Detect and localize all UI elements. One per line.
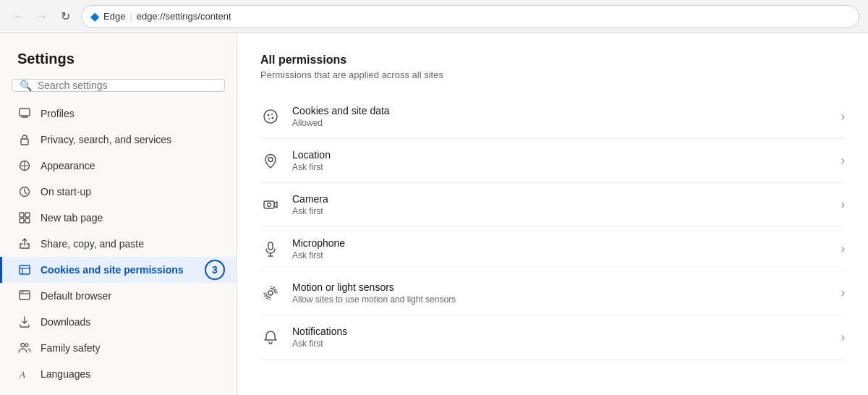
content-area: All permissions Permissions that are app…: [237, 33, 868, 395]
sidebar-item-profiles[interactable]: Profiles: [0, 101, 237, 127]
svg-rect-7: [25, 218, 30, 223]
location-perm-status: Ask first: [292, 162, 830, 172]
privacy-icon: [17, 132, 32, 147]
sidebar-nav: Profiles Privacy, search, and services: [0, 101, 237, 395]
svg-point-24: [268, 118, 270, 119]
svg-text:A: A: [19, 369, 25, 380]
location-perm-info: Location Ask first: [292, 149, 830, 172]
sidebar-item-startup[interactable]: On start-up: [0, 179, 237, 205]
sidebar-item-profiles-label: Profiles: [41, 108, 75, 119]
permission-item-location[interactable]: Location Ask first ›: [260, 139, 845, 183]
sidebar-item-share[interactable]: Share, copy, and paste: [0, 231, 237, 257]
microphone-perm-info: Microphone Ask first: [292, 237, 830, 260]
back-button[interactable]: ←: [9, 7, 29, 27]
svg-rect-6: [20, 218, 24, 223]
svg-point-23: [272, 117, 274, 119]
address-bar[interactable]: ◆ Edge | edge://settings/content: [81, 5, 859, 28]
sidebar-item-appearance[interactable]: Appearance: [0, 153, 237, 179]
sidebar-item-privacy[interactable]: Privacy, search, and services: [0, 127, 237, 153]
location-chevron-icon: ›: [841, 154, 845, 167]
permission-item-notifications[interactable]: Notifications Ask first ›: [260, 315, 845, 360]
svg-point-25: [268, 158, 273, 162]
svg-point-22: [271, 114, 273, 115]
sidebar: Settings 🔍 Profiles: [0, 33, 237, 395]
search-input[interactable]: [38, 80, 217, 91]
motion-perm-icon: [260, 283, 281, 303]
permission-item-cookies[interactable]: Cookies and site data Allowed ›: [260, 95, 845, 139]
downloads-icon: [17, 315, 32, 329]
microphone-perm-status: Ask first: [292, 250, 830, 260]
browser-toolbar: ← → ↻ ◆ Edge | edge://settings/content: [0, 0, 868, 33]
edge-logo-icon: ◆: [90, 9, 99, 23]
sidebar-item-default-browser[interactable]: Default browser: [0, 283, 237, 309]
notifications-chevron-icon: ›: [841, 331, 845, 344]
sidebar-item-share-label: Share, copy, and paste: [41, 238, 144, 250]
svg-point-12: [21, 292, 22, 293]
cookies-perm-status: Allowed: [292, 118, 830, 128]
svg-point-20: [264, 110, 277, 123]
sidebar-item-appearance-label: Appearance: [41, 160, 95, 171]
camera-perm-name: Camera: [292, 193, 830, 205]
svg-rect-8: [20, 266, 30, 274]
sidebar-item-cookies-label: Cookies and site permissions: [41, 264, 184, 276]
svg-rect-0: [20, 109, 30, 116]
permission-item-motion[interactable]: Motion or light sensors Allow sites to u…: [260, 271, 845, 315]
share-icon: [17, 237, 32, 251]
notifications-perm-icon: [260, 327, 281, 347]
browser-name-label: Edge: [103, 11, 125, 22]
sidebar-item-newtab-label: New tab page: [41, 212, 103, 224]
step-badge: 3: [205, 260, 225, 280]
svg-rect-4: [20, 213, 24, 217]
profiles-icon: [17, 106, 32, 121]
permission-item-microphone[interactable]: Microphone Ask first ›: [260, 227, 845, 271]
sidebar-item-cookies[interactable]: Cookies and site permissions 3: [0, 257, 237, 283]
url-suffix: /content: [197, 11, 231, 22]
notifications-perm-status: Ask first: [292, 339, 830, 349]
camera-perm-info: Camera Ask first: [292, 193, 830, 216]
main-layout: Settings 🔍 Profiles: [0, 33, 868, 395]
motion-perm-name: Motion or light sensors: [292, 281, 830, 293]
section-title: All permissions: [260, 54, 845, 67]
sidebar-item-family-safety-label: Family safety: [41, 342, 100, 354]
permission-item-camera[interactable]: Camera Ask first ›: [260, 183, 845, 227]
sidebar-item-downloads[interactable]: Downloads: [0, 309, 237, 335]
address-separator: |: [129, 11, 132, 22]
startup-icon: [17, 184, 32, 199]
sidebar-title: Settings: [0, 33, 237, 79]
svg-rect-28: [268, 242, 273, 250]
svg-point-27: [268, 203, 271, 207]
sidebar-item-family-safety[interactable]: Family safety: [0, 335, 237, 361]
search-box[interactable]: 🔍: [12, 79, 225, 92]
permission-list: Cookies and site data Allowed › Location…: [260, 95, 845, 360]
family-safety-icon: [17, 341, 32, 355]
camera-perm-icon: [260, 195, 281, 215]
address-text: edge://settings/content: [137, 11, 231, 22]
forward-button[interactable]: →: [32, 7, 52, 27]
cookies-perm-info: Cookies and site data Allowed: [292, 105, 830, 128]
appearance-icon: [17, 158, 32, 173]
svg-rect-1: [21, 139, 28, 145]
refresh-button[interactable]: ↻: [55, 7, 75, 27]
svg-rect-5: [25, 213, 30, 217]
motion-perm-status: Allow sites to use motion and light sens…: [292, 294, 830, 305]
notifications-perm-name: Notifications: [292, 326, 830, 337]
url-prefix: edge://: [137, 11, 166, 22]
notifications-perm-info: Notifications Ask first: [292, 326, 830, 349]
microphone-chevron-icon: ›: [841, 242, 845, 255]
default-browser-icon: [17, 289, 32, 303]
svg-point-15: [25, 344, 28, 347]
motion-perm-info: Motion or light sensors Allow sites to u…: [292, 281, 830, 305]
cookies-chevron-icon: ›: [841, 110, 845, 123]
svg-point-14: [21, 344, 25, 347]
sidebar-item-languages[interactable]: A Languages: [0, 361, 237, 387]
sidebar-item-printers[interactable]: Printers: [0, 387, 237, 395]
sidebar-item-downloads-label: Downloads: [41, 316, 90, 328]
microphone-perm-name: Microphone: [292, 237, 830, 249]
sidebar-item-newtab[interactable]: New tab page: [0, 205, 237, 231]
nav-buttons: ← → ↻: [9, 7, 75, 27]
cookies-icon: [17, 263, 32, 277]
camera-chevron-icon: ›: [841, 198, 845, 211]
cookies-perm-name: Cookies and site data: [292, 105, 830, 116]
microphone-perm-icon: [260, 239, 281, 259]
camera-perm-status: Ask first: [292, 206, 830, 216]
